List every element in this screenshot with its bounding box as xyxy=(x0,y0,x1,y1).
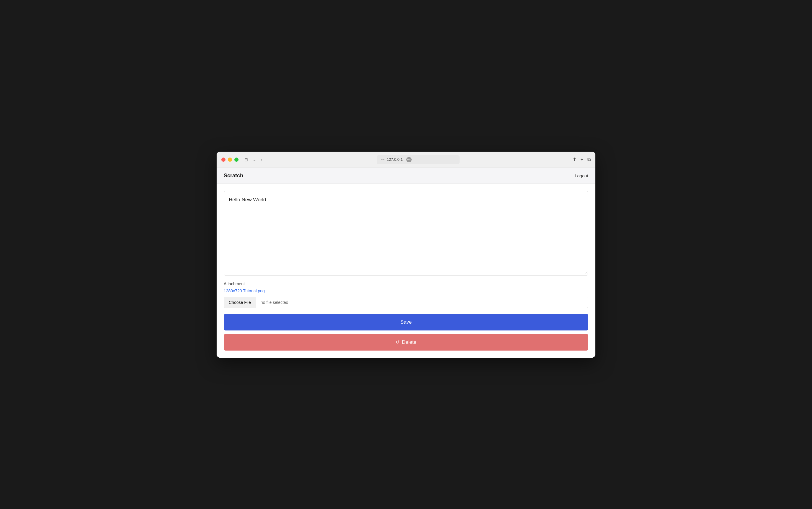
back-icon[interactable]: ‹ xyxy=(260,157,264,163)
logout-button[interactable]: Logout xyxy=(575,173,588,178)
share-icon[interactable]: ⬆ xyxy=(572,157,576,162)
close-button[interactable] xyxy=(221,158,225,162)
delete-button[interactable]: ↺ Delete xyxy=(224,334,588,350)
choose-file-button[interactable]: Choose File xyxy=(224,297,256,308)
app-header: Scratch Logout xyxy=(217,168,595,184)
chevron-down-icon[interactable]: ⌄ xyxy=(252,157,257,163)
browser-controls: ⊟ ⌄ ‹ xyxy=(243,157,264,163)
save-button[interactable]: Save xyxy=(224,314,588,331)
app-title: Scratch xyxy=(224,173,243,179)
main-textarea[interactable]: Hello New World xyxy=(224,191,588,274)
browser-window: ⊟ ⌄ ‹ ✏ 127.0.0.1 ••• ⬆ + ⧉ Scratch Logo… xyxy=(217,151,595,358)
more-options-icon[interactable]: ••• xyxy=(406,157,412,162)
browser-actions: ⬆ + ⧉ xyxy=(572,157,591,162)
attachment-section: Attachment 1280x720 Tutorial.png Choose … xyxy=(224,281,588,308)
delete-label: Delete xyxy=(402,339,416,345)
app-container: Scratch Logout Hello New World Attachmen… xyxy=(217,168,595,358)
edit-icon: ✏ xyxy=(381,158,384,162)
traffic-lights xyxy=(221,158,239,162)
delete-icon: ↺ xyxy=(396,339,400,345)
address-bar[interactable]: ✏ 127.0.0.1 ••• xyxy=(267,155,569,164)
attachment-link[interactable]: 1280x720 Tutorial.png xyxy=(224,289,588,293)
file-name-display: no file selected xyxy=(256,297,588,308)
browser-chrome: ⊟ ⌄ ‹ ✏ 127.0.0.1 ••• ⬆ + ⧉ xyxy=(217,151,595,168)
textarea-wrapper: Hello New World xyxy=(224,191,588,275)
fullscreen-button[interactable] xyxy=(235,158,239,162)
minimize-button[interactable] xyxy=(228,158,232,162)
app-body: Hello New World Attachment 1280x720 Tuto… xyxy=(217,184,595,358)
new-tab-icon[interactable]: + xyxy=(581,157,583,162)
file-input-wrapper: Choose File no file selected xyxy=(224,297,588,308)
tabs-icon[interactable]: ⧉ xyxy=(587,157,591,162)
sidebar-toggle-icon[interactable]: ⊟ xyxy=(243,157,249,163)
url-display: 127.0.0.1 xyxy=(387,157,403,162)
attachment-label: Attachment xyxy=(224,281,588,286)
